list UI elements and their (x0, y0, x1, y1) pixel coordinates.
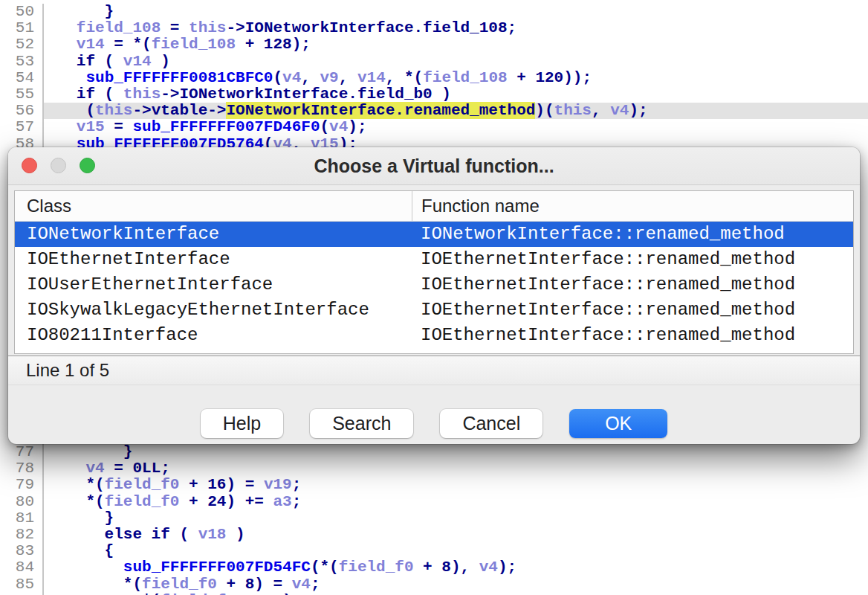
table-row[interactable]: IOUserEthernetInterfaceIOEthernetInterfa… (15, 272, 853, 298)
code-line-50[interactable]: 50 } (0, 4, 868, 20)
code-text: *(field_f0 + 8) = v4; (44, 576, 868, 593)
dialog-title: Choose a Virtual function... (8, 147, 860, 184)
code-text: v15 = sub_FFFFFFF007FD46F0(v4); (44, 119, 868, 135)
code-text: if ( v14 ) (44, 54, 868, 70)
line-number: 77 (0, 444, 44, 460)
decompiler-code-top: 50 }51 field_108 = this->IONetworkInterf… (0, 4, 868, 152)
line-number: 80 (0, 494, 44, 510)
code-text: v14 = *(field_108 + 128); (44, 36, 868, 53)
code-text: sub_FFFFFFF0081CBFC0(v4, v9, v14, *(fiel… (44, 70, 868, 86)
line-number: 78 (0, 460, 44, 477)
ok-button[interactable]: OK (569, 409, 667, 438)
line-number: 85 (0, 576, 44, 593)
cancel-button[interactable]: Cancel (440, 409, 542, 438)
code-line-57[interactable]: 57 v15 = sub_FFFFFFF007FD46F0(v4); (0, 119, 868, 135)
line-number: 84 (0, 559, 44, 576)
code-line-85[interactable]: 85 *(field_f0 + 8) = v4; (0, 576, 868, 593)
status-bar: Line 1 of 5 (8, 356, 860, 385)
code-line-80[interactable]: 80 *(field_f0 + 24) += a3; (0, 494, 868, 510)
code-text: (this->vtable->IONetworkInterface.rename… (44, 103, 868, 119)
code-line-81[interactable]: 81 } (0, 510, 868, 527)
code-line-54[interactable]: 54 sub_FFFFFFF0081CBFC0(v4, v9, v14, *(f… (0, 70, 868, 86)
cell-class[interactable]: IOSkywalkLegacyEthernetInterface (15, 298, 412, 323)
line-number: 81 (0, 510, 44, 527)
line-number: 50 (0, 4, 44, 20)
code-text: sub_FFFFFFF007FD54FC(*(field_f0 + 8), v4… (44, 559, 868, 576)
cell-class[interactable]: IOEthernetInterface (15, 247, 412, 272)
code-line-82[interactable]: 82 else if ( v18 ) (0, 527, 868, 543)
code-text: else if ( v18 ) (44, 527, 868, 543)
cell-class[interactable]: IONetworkInterface (15, 222, 412, 247)
code-text: *(field_f0 + 16) = v19; (44, 477, 868, 493)
table-header: Class Function name (15, 191, 853, 222)
code-line-77[interactable]: 77 } (0, 444, 868, 460)
dialog-buttons: Help Search Cancel OK (8, 408, 860, 438)
code-line-53[interactable]: 53 if ( v14 ) (0, 54, 868, 70)
line-number: 83 (0, 543, 44, 559)
table-row[interactable]: IOEthernetInterfaceIOEthernetInterface::… (15, 247, 853, 272)
search-button[interactable]: Search (310, 409, 413, 438)
code-text: if ( this->IONetworkInterface.field_b0 ) (44, 86, 868, 103)
cell-function-name[interactable]: IOEthernetInterface::renamed_method (412, 298, 853, 323)
decompiler-code-bottom: 77 }78 v4 = 0LL;79 *(field_f0 + 16) = v1… (0, 444, 868, 595)
line-number: 56 (0, 103, 44, 119)
line-number: 53 (0, 54, 44, 70)
code-text: { (44, 543, 868, 559)
line-number: 82 (0, 527, 44, 543)
cell-class[interactable]: IOUserEthernetInterface (15, 272, 412, 298)
status-text: Line 1 of 5 (8, 356, 860, 385)
help-button[interactable]: Help (201, 409, 283, 438)
cell-function-name[interactable]: IOEthernetInterface::renamed_method (412, 272, 853, 298)
code-text: } (44, 444, 868, 460)
code-text: } (44, 4, 868, 20)
line-number: 54 (0, 70, 44, 86)
cell-function-name[interactable]: IOEthernetInterface::renamed_method (412, 323, 853, 348)
cell-function-name[interactable]: IOEthernetInterface::renamed_method (412, 247, 853, 272)
cell-class[interactable]: IO80211Interface (15, 323, 412, 348)
table-row[interactable]: IO80211InterfaceIOEthernetInterface::ren… (15, 323, 853, 348)
code-line-55[interactable]: 55 if ( this->IONetworkInterface.field_b… (0, 86, 868, 103)
code-line-52[interactable]: 52 v14 = *(field_108 + 128); (0, 36, 868, 53)
column-header-class[interactable]: Class (15, 191, 412, 221)
line-number: 79 (0, 477, 44, 493)
table-row[interactable]: IONetworkInterfaceIONetworkInterface::re… (15, 222, 853, 247)
code-line-83[interactable]: 83 { (0, 543, 868, 559)
code-text: } (44, 510, 868, 527)
code-line-84[interactable]: 84 sub_FFFFFFF007FD54FC(*(field_f0 + 8),… (0, 559, 868, 576)
line-number: 51 (0, 20, 44, 36)
code-text: field_108 = this->IONetworkInterface.fie… (44, 20, 868, 36)
code-text: v4 = 0LL; (44, 460, 868, 477)
code-text: *(field_f0 + 24) += a3; (44, 494, 868, 510)
code-line-51[interactable]: 51 field_108 = this->IONetworkInterface.… (0, 20, 868, 36)
table-row[interactable]: IOSkywalkLegacyEthernetInterfaceIOEthern… (15, 298, 853, 323)
ida-decompiler-screen: 50 }51 field_108 = this->IONetworkInterf… (0, 0, 868, 595)
code-line-78[interactable]: 78 v4 = 0LL; (0, 460, 868, 477)
code-line-56[interactable]: 56 (this->vtable->IONetworkInterface.ren… (0, 103, 868, 119)
line-number: 52 (0, 36, 44, 53)
choose-virtual-function-dialog: Choose a Virtual function... Class Funct… (8, 147, 860, 444)
dialog-titlebar[interactable]: Choose a Virtual function... (8, 147, 860, 185)
cell-function-name[interactable]: IONetworkInterface::renamed_method (412, 222, 853, 247)
line-number: 57 (0, 119, 44, 135)
highlighted-token: IONetworkInterface.renamed_method (226, 102, 535, 119)
code-line-79[interactable]: 79 *(field_f0 + 16) = v19; (0, 477, 868, 493)
line-number: 55 (0, 86, 44, 103)
table-body: IONetworkInterfaceIONetworkInterface::re… (15, 222, 853, 348)
column-header-function-name[interactable]: Function name (412, 191, 853, 221)
virtual-function-table: Class Function name IONetworkInterfaceIO… (14, 190, 854, 354)
